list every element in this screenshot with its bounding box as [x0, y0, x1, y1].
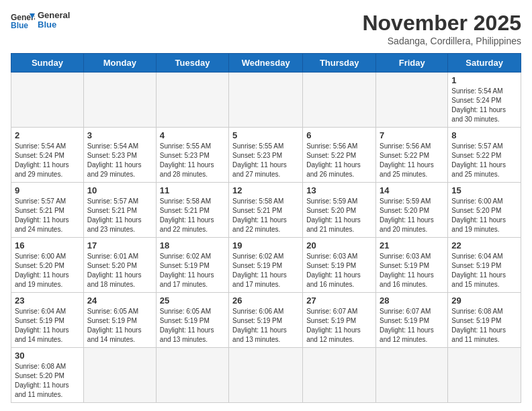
day-info: Sunrise: 5:59 AM Sunset: 5:20 PM Dayligh…: [306, 197, 372, 234]
day-info: Sunrise: 6:05 AM Sunset: 5:19 PM Dayligh…: [87, 307, 152, 345]
weekday-header-thursday: Thursday: [303, 54, 376, 73]
calendar-week-3: 9Sunrise: 5:57 AM Sunset: 5:21 PM Daylig…: [11, 183, 521, 238]
calendar-cell: 30Sunrise: 6:08 AM Sunset: 5:20 PM Dayli…: [11, 348, 84, 403]
calendar-cell: 7Sunrise: 5:56 AM Sunset: 5:22 PM Daylig…: [376, 128, 448, 183]
calendar-cell: 15Sunrise: 6:00 AM Sunset: 5:20 PM Dayli…: [448, 183, 521, 238]
day-info: Sunrise: 6:03 AM Sunset: 5:19 PM Dayligh…: [380, 252, 444, 289]
day-info: Sunrise: 5:59 AM Sunset: 5:20 PM Dayligh…: [380, 197, 444, 234]
calendar-cell: [303, 73, 376, 128]
day-number: 4: [160, 130, 225, 140]
day-info: Sunrise: 6:07 AM Sunset: 5:19 PM Dayligh…: [306, 307, 372, 345]
calendar-cell: 21Sunrise: 6:03 AM Sunset: 5:19 PM Dayli…: [376, 238, 448, 293]
calendar-week-2: 2Sunrise: 5:54 AM Sunset: 5:24 PM Daylig…: [11, 128, 521, 183]
day-info: Sunrise: 5:54 AM Sunset: 5:23 PM Dayligh…: [87, 142, 152, 179]
day-info: Sunrise: 6:02 AM Sunset: 5:19 PM Dayligh…: [160, 252, 225, 289]
svg-text:Blue: Blue: [11, 21, 28, 30]
day-number: 11: [160, 185, 225, 195]
calendar-cell: 26Sunrise: 6:06 AM Sunset: 5:19 PM Dayli…: [229, 293, 303, 348]
calendar-cell: 6Sunrise: 5:56 AM Sunset: 5:22 PM Daylig…: [303, 128, 376, 183]
calendar-cell: 10Sunrise: 5:57 AM Sunset: 5:21 PM Dayli…: [83, 183, 156, 238]
day-info: Sunrise: 6:00 AM Sunset: 5:20 PM Dayligh…: [15, 252, 80, 289]
calendar-cell: 14Sunrise: 5:59 AM Sunset: 5:20 PM Dayli…: [376, 183, 448, 238]
calendar-cell: 13Sunrise: 5:59 AM Sunset: 5:20 PM Dayli…: [303, 183, 376, 238]
day-info: Sunrise: 5:57 AM Sunset: 5:22 PM Dayligh…: [451, 142, 517, 179]
day-number: 20: [306, 240, 372, 250]
calendar-cell: 16Sunrise: 6:00 AM Sunset: 5:20 PM Dayli…: [11, 238, 84, 293]
calendar-cell: 17Sunrise: 6:01 AM Sunset: 5:20 PM Dayli…: [83, 238, 156, 293]
day-info: Sunrise: 5:55 AM Sunset: 5:23 PM Dayligh…: [232, 142, 299, 179]
day-number: 9: [15, 185, 80, 195]
day-number: 30: [15, 351, 80, 361]
day-number: 2: [15, 130, 80, 140]
day-number: 25: [160, 295, 225, 306]
day-info: Sunrise: 5:58 AM Sunset: 5:21 PM Dayligh…: [160, 197, 225, 234]
day-number: 21: [380, 240, 444, 250]
day-number: 19: [232, 240, 299, 250]
calendar-cell: 3Sunrise: 5:54 AM Sunset: 5:23 PM Daylig…: [83, 128, 156, 183]
title-block: November 2025 Sadanga, Cordillera, Phili…: [362, 11, 521, 46]
calendar-cell: [229, 348, 303, 403]
calendar-cell: [156, 348, 228, 403]
calendar-cell: [156, 73, 228, 128]
calendar-cell: [303, 348, 376, 403]
day-number: 12: [232, 185, 299, 195]
day-info: Sunrise: 5:55 AM Sunset: 5:23 PM Dayligh…: [160, 142, 225, 179]
calendar-cell: 5Sunrise: 5:55 AM Sunset: 5:23 PM Daylig…: [229, 128, 303, 183]
day-info: Sunrise: 6:08 AM Sunset: 5:19 PM Dayligh…: [451, 307, 517, 345]
calendar-cell: 29Sunrise: 6:08 AM Sunset: 5:19 PM Dayli…: [448, 293, 521, 348]
day-number: 16: [15, 240, 80, 250]
calendar-cell: 4Sunrise: 5:55 AM Sunset: 5:23 PM Daylig…: [156, 128, 228, 183]
calendar-cell: 22Sunrise: 6:04 AM Sunset: 5:19 PM Dayli…: [448, 238, 521, 293]
day-number: 8: [451, 130, 517, 140]
weekday-header-tuesday: Tuesday: [156, 54, 228, 73]
day-number: 22: [451, 240, 517, 250]
day-info: Sunrise: 5:57 AM Sunset: 5:21 PM Dayligh…: [15, 197, 80, 234]
calendar-week-6: 30Sunrise: 6:08 AM Sunset: 5:20 PM Dayli…: [11, 348, 521, 403]
calendar-cell: [376, 73, 448, 128]
weekday-header-wednesday: Wednesday: [229, 54, 303, 73]
weekday-header-friday: Friday: [376, 54, 448, 73]
calendar-cell: 27Sunrise: 6:07 AM Sunset: 5:19 PM Dayli…: [303, 293, 376, 348]
calendar-cell: 25Sunrise: 6:05 AM Sunset: 5:19 PM Dayli…: [156, 293, 228, 348]
calendar-cell: [448, 348, 521, 403]
month-title: November 2025: [362, 11, 521, 36]
calendar-cell: [376, 348, 448, 403]
day-info: Sunrise: 5:58 AM Sunset: 5:21 PM Dayligh…: [232, 197, 299, 234]
day-info: Sunrise: 6:07 AM Sunset: 5:19 PM Dayligh…: [380, 307, 444, 345]
calendar-cell: 9Sunrise: 5:57 AM Sunset: 5:21 PM Daylig…: [11, 183, 84, 238]
logo-icon: General Blue: [11, 11, 35, 30]
day-info: Sunrise: 6:08 AM Sunset: 5:20 PM Dayligh…: [15, 362, 80, 400]
calendar-cell: [83, 348, 156, 403]
calendar-cell: [11, 73, 84, 128]
calendar-cell: 8Sunrise: 5:57 AM Sunset: 5:22 PM Daylig…: [448, 128, 521, 183]
day-number: 28: [380, 295, 444, 306]
day-info: Sunrise: 6:05 AM Sunset: 5:19 PM Dayligh…: [160, 307, 225, 345]
day-number: 15: [451, 185, 517, 195]
calendar-cell: 20Sunrise: 6:03 AM Sunset: 5:19 PM Dayli…: [303, 238, 376, 293]
calendar-cell: [83, 73, 156, 128]
calendar-cell: 12Sunrise: 5:58 AM Sunset: 5:21 PM Dayli…: [229, 183, 303, 238]
calendar: SundayMondayTuesdayWednesdayThursdayFrid…: [11, 53, 521, 403]
day-info: Sunrise: 6:03 AM Sunset: 5:19 PM Dayligh…: [306, 252, 372, 289]
day-number: 10: [87, 185, 152, 195]
day-number: 7: [380, 130, 444, 140]
calendar-cell: 11Sunrise: 5:58 AM Sunset: 5:21 PM Dayli…: [156, 183, 228, 238]
day-info: Sunrise: 5:54 AM Sunset: 5:24 PM Dayligh…: [15, 142, 80, 179]
day-info: Sunrise: 5:57 AM Sunset: 5:21 PM Dayligh…: [87, 197, 152, 234]
weekday-header-monday: Monday: [83, 54, 156, 73]
day-info: Sunrise: 5:56 AM Sunset: 5:22 PM Dayligh…: [380, 142, 444, 179]
day-number: 26: [232, 295, 299, 306]
calendar-cell: 23Sunrise: 6:04 AM Sunset: 5:19 PM Dayli…: [11, 293, 84, 348]
calendar-cell: 18Sunrise: 6:02 AM Sunset: 5:19 PM Dayli…: [156, 238, 228, 293]
day-number: 17: [87, 240, 152, 250]
calendar-cell: 1Sunrise: 5:54 AM Sunset: 5:24 PM Daylig…: [448, 73, 521, 128]
day-number: 3: [87, 130, 152, 140]
calendar-cell: 19Sunrise: 6:02 AM Sunset: 5:19 PM Dayli…: [229, 238, 303, 293]
day-number: 24: [87, 295, 152, 306]
day-info: Sunrise: 6:01 AM Sunset: 5:20 PM Dayligh…: [87, 252, 152, 289]
calendar-week-1: 1Sunrise: 5:54 AM Sunset: 5:24 PM Daylig…: [11, 73, 521, 128]
day-number: 1: [451, 75, 517, 85]
calendar-week-4: 16Sunrise: 6:00 AM Sunset: 5:20 PM Dayli…: [11, 238, 521, 293]
day-info: Sunrise: 5:54 AM Sunset: 5:24 PM Dayligh…: [451, 87, 517, 124]
day-number: 13: [306, 185, 372, 195]
